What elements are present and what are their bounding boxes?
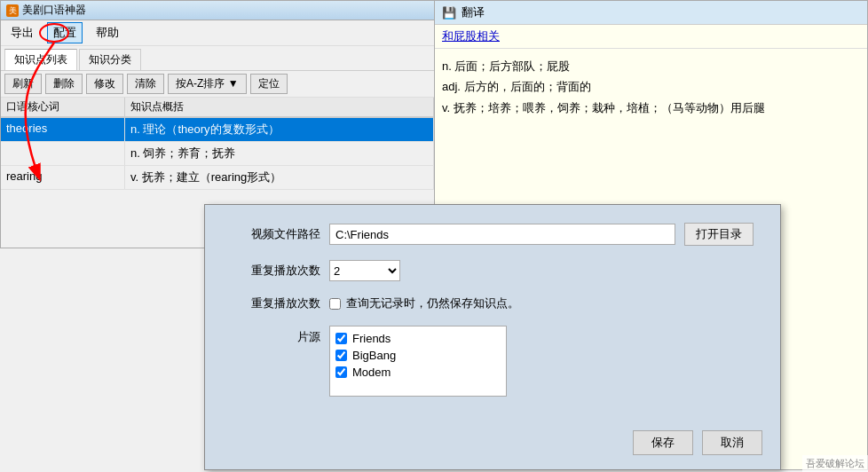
- sources-box: Friends BigBang Modem: [329, 326, 507, 397]
- keep-checkbox-container: 查询无记录时，仍然保存知识点。: [329, 295, 519, 311]
- repeat-select[interactable]: 1 2 3 4 5: [329, 260, 400, 281]
- video-path-input[interactable]: [329, 224, 675, 245]
- header-word: 口语核心词: [1, 98, 125, 117]
- source-item-bigbang: BigBang: [335, 349, 501, 362]
- sources-row: 片源 Friends BigBang Modem: [232, 326, 754, 397]
- repeat-count-row: 重复播放次数 1 2 3 4 5: [232, 260, 754, 281]
- menu-settings[interactable]: 配置: [47, 22, 83, 43]
- header-summary: 知识点概括: [125, 98, 434, 117]
- save-button[interactable]: 保存: [633, 430, 693, 455]
- table-row[interactable]: n. 饲养；养育；抚养: [1, 142, 434, 166]
- sources-label: 片源: [232, 329, 320, 345]
- title-bar: 美 美剧口语神器: [1, 1, 434, 20]
- settings-dialog: 视频文件路径 打开目录 重复播放次数 1 2 3 4 5 重复播放次数 查询无记…: [204, 204, 781, 470]
- cancel-button[interactable]: 取消: [702, 430, 762, 455]
- source-label-bigbang: BigBang: [352, 349, 396, 362]
- table-headers: 口语核心词 知识点概括: [1, 98, 434, 118]
- keep-checkbox-label: 查询无记录时，仍然保存知识点。: [346, 295, 519, 311]
- video-path-row: 视频文件路径 打开目录: [232, 223, 754, 246]
- settings-content: 视频文件路径 打开目录 重复播放次数 1 2 3 4 5 重复播放次数 查询无记…: [205, 205, 780, 429]
- translation-content: n. 后面；后方部队；屁股 adj. 后方的，后面的；背面的 v. 抚养；培养；…: [435, 49, 867, 125]
- cell-word: [1, 142, 125, 165]
- source-label-modem: Modem: [352, 366, 391, 379]
- source-checkbox-bigbang[interactable]: [335, 350, 347, 361]
- btn-delete[interactable]: 删除: [45, 74, 83, 94]
- keep-checkbox[interactable]: [329, 298, 341, 310]
- translation-link[interactable]: 和屁股相关: [442, 29, 500, 43]
- keep-label: 重复播放次数: [232, 295, 320, 311]
- dialog-buttons: 保存 取消: [633, 430, 762, 455]
- btn-modify[interactable]: 修改: [86, 74, 123, 94]
- translation-line-3: v. 抚养；培养；喂养，饲养；栽种，培植；（马等动物）用后腿: [442, 98, 860, 118]
- translation-title: 翻译: [462, 4, 485, 20]
- cell-summary: n. 理论（theory的复数形式）: [125, 118, 434, 141]
- app-title: 美剧口语神器: [22, 3, 86, 18]
- table-row[interactable]: rearing v. 抚养；建立（rearing形式）: [1, 166, 434, 190]
- menu-export[interactable]: 导出: [4, 22, 40, 43]
- translation-line-1: n. 后面；后方部队；屁股: [442, 56, 860, 76]
- open-dir-button[interactable]: 打开目录: [684, 223, 754, 246]
- tabs: 知识点列表 知识分类: [1, 46, 434, 71]
- cell-summary: v. 抚养；建立（rearing形式）: [125, 166, 434, 189]
- watermark: 吾爱破解论坛: [802, 455, 868, 472]
- cell-word: theories: [1, 118, 125, 141]
- btn-clear[interactable]: 清除: [127, 74, 164, 94]
- toolbar: 刷新 删除 修改 清除 按A-Z排序 ▼ 定位: [1, 71, 434, 98]
- menu-bar: 导出 配置 帮助: [1, 20, 434, 46]
- tab-wordlist[interactable]: 知识点列表: [4, 49, 77, 70]
- source-label-friends: Friends: [352, 332, 391, 345]
- tab-categories[interactable]: 知识分类: [79, 49, 141, 70]
- source-checkbox-friends[interactable]: [335, 333, 347, 344]
- cell-summary: n. 饲养；养育；抚养: [125, 142, 434, 165]
- translation-line-2: adj. 后方的，后面的；背面的: [442, 76, 860, 97]
- btn-refresh[interactable]: 刷新: [4, 74, 42, 94]
- keep-row: 重复播放次数 查询无记录时，仍然保存知识点。: [232, 295, 754, 311]
- cell-word: rearing: [1, 166, 125, 189]
- btn-sort[interactable]: 按A-Z排序 ▼: [168, 74, 247, 94]
- video-path-label: 视频文件路径: [232, 226, 320, 242]
- table-row[interactable]: theories n. 理论（theory的复数形式）: [1, 118, 434, 142]
- source-item-modem: Modem: [335, 366, 501, 379]
- translation-icon: 💾: [442, 6, 456, 20]
- menu-help[interactable]: 帮助: [90, 22, 125, 43]
- repeat-label: 重复播放次数: [232, 263, 320, 279]
- source-item-friends: Friends: [335, 332, 501, 345]
- app-icon: 美: [6, 4, 19, 17]
- translation-header: 💾 翻译: [435, 1, 867, 25]
- btn-locate[interactable]: 定位: [250, 74, 288, 94]
- source-checkbox-modem[interactable]: [335, 366, 347, 378]
